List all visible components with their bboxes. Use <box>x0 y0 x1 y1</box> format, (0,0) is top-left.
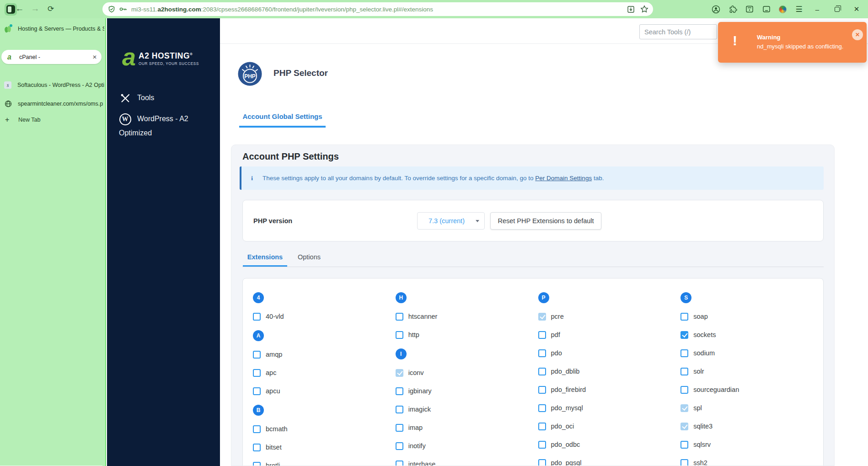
extension-checkbox-sqlite3 <box>680 423 688 430</box>
extension-checkbox-htscanner[interactable] <box>396 313 403 321</box>
back-button[interactable]: ← <box>13 2 27 16</box>
sidebar-item-wordpress[interactable]: WWordPress - A2 Optimized <box>119 112 205 140</box>
extension-label: sqlite3 <box>693 423 713 430</box>
extension-row-imap: imap <box>396 418 538 437</box>
tools-icon <box>119 92 131 104</box>
extension-checkbox-pdo_mysql[interactable] <box>538 404 546 412</box>
search-tools-input[interactable] <box>639 24 717 39</box>
downloads-tray-icon[interactable] <box>745 5 754 14</box>
extension-row-soap: soap <box>680 307 823 326</box>
info-icon: i <box>241 175 263 182</box>
browser-menu-icon[interactable]: ☰ <box>794 5 804 14</box>
extension-row-sourceguardian: sourceguardian <box>680 380 823 399</box>
extension-checkbox-pdo_pgsql[interactable] <box>538 459 546 466</box>
extension-checkbox-apcu[interactable] <box>253 387 261 395</box>
extension-row-sqlite3: sqlite3 <box>680 417 823 435</box>
extension-checkbox-brotli[interactable] <box>253 462 261 466</box>
extension-label: sodium <box>693 349 715 357</box>
extension-checkbox-sodium[interactable] <box>680 349 688 357</box>
letter-badge-A: A <box>253 330 264 341</box>
browser-tab-softaculous[interactable]: s Softaculous - WordPress - A2 Opti <box>0 78 104 92</box>
extension-checkbox-http[interactable] <box>396 331 403 339</box>
browser-tab-hosting[interactable]: Hosting & Servers — Products & S <box>0 22 104 36</box>
save-page-icon[interactable] <box>627 5 635 13</box>
extension-checkbox-bitset[interactable] <box>253 444 261 451</box>
extension-checkbox-sqlsrv[interactable] <box>680 441 688 449</box>
extension-row-interbase: interbase <box>396 455 538 466</box>
extension-row-iconv: iconv <box>396 364 538 382</box>
reset-extensions-button[interactable]: Reset PHP Extensions to default <box>490 212 601 230</box>
leaf-favicon <box>4 25 12 33</box>
letter-badge-4: 4 <box>253 292 264 303</box>
extension-checkbox-igbinary[interactable] <box>396 387 403 395</box>
extension-row-htscanner: htscanner <box>396 307 538 326</box>
extension-checkbox-pdo_odbc[interactable] <box>538 441 546 449</box>
extensions-puzzle-icon[interactable] <box>728 5 737 14</box>
extension-checkbox-inotify[interactable] <box>396 442 403 450</box>
minimize-button[interactable]: – <box>811 5 823 13</box>
extension-row-sqlsrv: sqlsrv <box>680 435 823 454</box>
extension-checkbox-interbase[interactable] <box>396 461 403 466</box>
extension-checkbox-pcre <box>538 313 546 321</box>
cpanel-sidebar: a A2 HOSTING® OUR SPEED, YOUR SUCCESS To… <box>107 18 220 466</box>
extension-checkbox-pdo[interactable] <box>538 349 546 357</box>
new-tab-button[interactable]: + New Tab <box>0 113 104 126</box>
extension-checkbox-pdf[interactable] <box>538 331 546 339</box>
tab-extensions[interactable]: Extensions <box>243 251 287 267</box>
extension-row-sockets: sockets <box>680 326 823 344</box>
php-version-dropdown[interactable]: 7.3 (current) <box>417 212 485 230</box>
extension-checkbox-imap[interactable] <box>396 424 403 432</box>
extension-row-inotify: inotify <box>396 437 538 455</box>
extension-checkbox-soap[interactable] <box>680 313 688 321</box>
extension-label: sockets <box>693 331 716 338</box>
reload-button[interactable]: ⟳ <box>44 2 58 16</box>
extension-row-spl: spl <box>680 399 823 417</box>
extension-checkbox-pdo_dblib[interactable] <box>538 368 546 375</box>
extension-checkbox-bcmath[interactable] <box>253 425 261 433</box>
letter-badge-B: B <box>253 405 264 416</box>
address-bar[interactable]: mi3-ss11.a2hosting.com:2083/cpsess266868… <box>102 2 653 16</box>
restore-button[interactable] <box>831 7 843 12</box>
extension-label: pdo_pgsql <box>551 459 582 466</box>
main-content: PHP PHP Selector Account Global Settings… <box>220 18 868 466</box>
idm-extension-icon[interactable] <box>779 5 787 13</box>
extensions-column: HhtscannerhttpIiconvigbinaryimagickimapi… <box>396 288 538 466</box>
url-text: mi3-ss11.a2hosting.com:2083/cpsess266868… <box>131 6 623 13</box>
tab-options[interactable]: Options <box>295 251 324 267</box>
extension-checkbox-apc[interactable] <box>253 369 261 377</box>
letter-badge-P: P <box>538 292 549 303</box>
browser-essentials-icon[interactable] <box>762 5 771 14</box>
extension-checkbox-amqp[interactable] <box>253 351 261 359</box>
extension-label: pdo <box>551 349 562 357</box>
extension-checkbox-spl <box>680 404 688 412</box>
close-tab-icon[interactable]: ✕ <box>91 54 102 60</box>
sidebar-item-tools[interactable]: Tools <box>119 91 209 105</box>
close-window-button[interactable]: ✕ <box>851 5 863 13</box>
extension-label: pdo_firebird <box>551 386 586 393</box>
tab-account-global-settings[interactable]: Account Global Settings <box>239 110 326 128</box>
bookmark-star-icon[interactable] <box>640 5 648 13</box>
a2hosting-logo[interactable]: a A2 HOSTING® OUR SPEED, YOUR SUCCESS <box>122 46 199 68</box>
extension-row-apc: apc <box>253 364 396 382</box>
browser-tab-spearmint[interactable]: spearmintcleaner.com/xms/oms.p <box>0 97 104 111</box>
toast-close-icon[interactable]: ✕ <box>852 29 863 40</box>
extension-row-amqp: amqp <box>253 345 396 364</box>
forward-button[interactable]: → <box>28 2 42 16</box>
per-domain-settings-link[interactable]: Per Domain Settings <box>535 175 592 182</box>
toast-title: Warning <box>757 34 781 41</box>
extension-checkbox-sourceguardian[interactable] <box>680 386 688 394</box>
extension-checkbox-pdo_oci[interactable] <box>538 423 546 430</box>
extension-row-pdf: pdf <box>538 326 681 344</box>
extension-checkbox-sockets[interactable] <box>680 331 688 339</box>
extensions-column: Ppcrepdfpdopdo_dblibpdo_firebirdpdo_mysq… <box>538 288 681 466</box>
extension-row-40-vld: 40-vld <box>253 307 396 326</box>
extension-checkbox-solr[interactable] <box>680 368 688 375</box>
profile-icon[interactable] <box>711 5 720 14</box>
extension-checkbox-40-vld[interactable] <box>253 313 261 321</box>
extension-checkbox-ssh2[interactable] <box>680 459 688 466</box>
extension-row-pdo_mysql: pdo_mysql <box>538 399 681 417</box>
extension-row-pcre: pcre <box>538 307 681 326</box>
browser-tab-cpanel[interactable]: a cPanel - ✕ <box>1 50 102 64</box>
extension-checkbox-imagick[interactable] <box>396 406 403 413</box>
extension-checkbox-pdo_firebird[interactable] <box>538 386 546 394</box>
